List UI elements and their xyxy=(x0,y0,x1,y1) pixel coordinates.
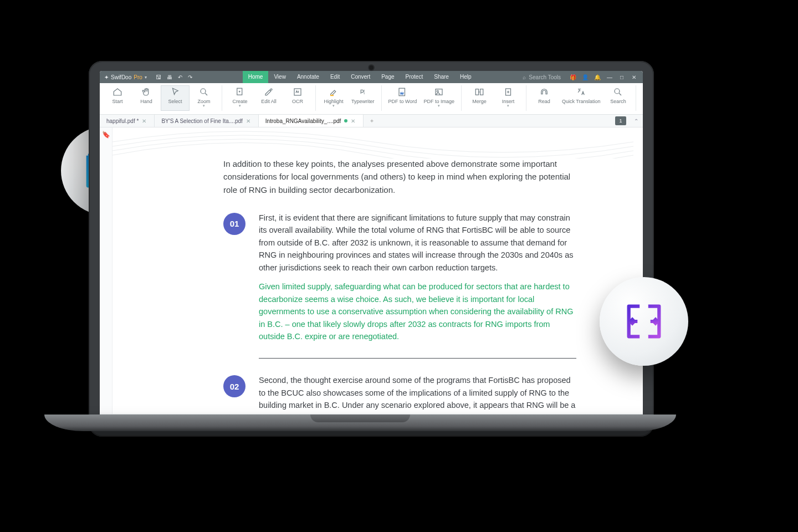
document-page: In addition to these key points, the ana… xyxy=(112,127,643,414)
work-area: 🔖 In addition to these key points, the a… xyxy=(100,127,643,414)
ocr-icon xyxy=(292,86,303,98)
window-maximize[interactable]: □ xyxy=(618,74,625,80)
caret-icon: ▾ xyxy=(332,105,335,107)
ribbon-select-label: Select xyxy=(168,99,182,104)
ribbon-pdftoimage[interactable]: PDF to Image▾ xyxy=(420,85,458,111)
typewriter-icon xyxy=(357,86,369,98)
point-01-highlight: Given limited supply, safeguarding what … xyxy=(259,280,576,342)
ribbon-read-label: Read xyxy=(538,99,550,104)
laptop-frame: ✦ SwifDoo Pro ▾ 🖫 🖶 ↶ ↷ HomeViewAnnotate… xyxy=(89,61,654,437)
window-close[interactable]: ✕ xyxy=(631,74,637,80)
window-controls-group: 🎁 👤 🔔 — □ ✕ xyxy=(564,74,643,80)
point-02: 02 Second, the thought exercise around s… xyxy=(223,374,576,414)
bookmark-icon[interactable]: 🔖 xyxy=(102,131,110,139)
laptop-notch xyxy=(310,415,410,422)
tab-close-icon[interactable]: ✕ xyxy=(246,118,250,124)
pdftoimage-icon xyxy=(433,86,444,98)
app-name: SwifDoo xyxy=(111,74,131,80)
ribbon-highlight[interactable]: Highlight▾ xyxy=(319,85,348,111)
point-number-01: 01 xyxy=(223,213,245,235)
menu-page[interactable]: Page xyxy=(376,71,400,83)
app-logo-icon: ✦ xyxy=(104,74,109,80)
search-icon: ⌕ xyxy=(523,74,526,80)
menu-view[interactable]: View xyxy=(268,71,291,83)
floating-split-icon xyxy=(600,277,688,366)
ribbon-select[interactable]: Select xyxy=(161,85,190,111)
undo-icon[interactable]: ↶ xyxy=(178,74,182,80)
ribbon-start[interactable]: Start xyxy=(103,85,132,111)
laptop-base xyxy=(44,415,676,431)
tool-search-placeholder: Search Tools xyxy=(529,74,561,80)
ribbon-read[interactable]: Read xyxy=(530,85,559,111)
caret-icon: ▾ xyxy=(438,105,440,107)
caret-icon: ▾ xyxy=(239,105,241,107)
caret-icon: ▾ xyxy=(203,105,205,107)
ribbon-pdftoword-label: PDF to Word xyxy=(388,99,417,104)
insert-icon xyxy=(503,86,514,98)
camera-dot xyxy=(369,65,374,70)
bell-icon[interactable]: 🔔 xyxy=(594,74,601,80)
point-01: 01 First, it is evident that there are s… xyxy=(223,212,576,359)
save-icon[interactable]: 🖫 xyxy=(156,74,161,80)
doc-tab-label: happiful.pdf * xyxy=(106,118,139,124)
menu-help[interactable]: Help xyxy=(454,71,477,83)
user-icon[interactable]: 👤 xyxy=(582,74,589,80)
menu-share[interactable]: Share xyxy=(428,71,454,83)
menu-edit[interactable]: Edit xyxy=(325,71,345,83)
ribbon-typewriter[interactable]: Typewriter xyxy=(348,85,378,111)
select-icon xyxy=(170,86,181,98)
caret-icon: ▾ xyxy=(507,105,509,107)
search-icon xyxy=(612,86,623,98)
ribbon-typewriter-label: Typewriter xyxy=(351,99,375,104)
svg-point-10 xyxy=(615,89,620,94)
ribbon-merge[interactable]: Merge xyxy=(465,85,494,111)
title-bar: ✦ SwifDoo Pro ▾ 🖫 🖶 ↶ ↷ HomeViewAnnotate… xyxy=(100,71,643,83)
redo-icon[interactable]: ↷ xyxy=(188,74,192,80)
ribbon-quicktrans[interactable]: Quick Translation xyxy=(559,85,604,111)
tab-close-icon[interactable]: ✕ xyxy=(142,118,146,124)
pdftoword-icon xyxy=(397,86,408,98)
app-window: ✦ SwifDoo Pro ▾ 🖫 🖶 ↶ ↷ HomeViewAnnotate… xyxy=(100,71,643,426)
point-02-body: Second, the thought exercise around some… xyxy=(259,374,576,414)
svg-point-0 xyxy=(201,89,206,94)
print-icon[interactable]: 🖶 xyxy=(167,74,172,80)
tab-close-icon[interactable]: ✕ xyxy=(351,118,355,124)
ribbon-search[interactable]: Search xyxy=(603,85,632,111)
tool-search[interactable]: ⌕ Search Tools xyxy=(523,74,564,80)
point-number-02: 02 xyxy=(223,375,245,397)
svg-rect-8 xyxy=(480,89,483,95)
start-icon xyxy=(112,86,123,98)
ribbon-merge-label: Merge xyxy=(472,99,487,104)
zoom-icon xyxy=(198,86,209,98)
window-minimize[interactable]: — xyxy=(606,74,613,80)
svg-point-2 xyxy=(270,89,272,90)
ribbon-insert[interactable]: Insert▾ xyxy=(494,85,523,111)
tab-add[interactable]: ＋ xyxy=(364,115,380,127)
doc-tab[interactable]: Introba_RNGAvailability_....pdf✕ xyxy=(259,115,364,127)
doc-tab[interactable]: BY'S A Selection of Fine Ita....pdf✕ xyxy=(155,115,258,127)
svg-rect-7 xyxy=(475,89,478,95)
page-count-badge: 1 xyxy=(615,116,626,125)
menu-home[interactable]: Home xyxy=(243,71,269,83)
doc-tab[interactable]: happiful.pdf *✕ xyxy=(100,115,155,127)
ribbon-start-label: Start xyxy=(112,99,122,104)
ribbon-editall-label: Edit All xyxy=(261,99,277,104)
gift-icon[interactable]: 🎁 xyxy=(570,74,576,80)
brand-caret-icon[interactable]: ▾ xyxy=(145,75,147,80)
document-tabs: happiful.pdf *✕BY'S A Selection of Fine … xyxy=(100,115,643,127)
ribbon-ocr[interactable]: OCR xyxy=(283,85,312,111)
ribbon-pdftoword[interactable]: PDF to Word xyxy=(385,85,421,111)
ribbon-search-label: Search xyxy=(610,99,626,104)
ribbon-zoom[interactable]: Zoom▾ xyxy=(190,85,218,111)
menu-annotate[interactable]: Annotate xyxy=(291,71,325,83)
ribbon-create[interactable]: Create▾ xyxy=(226,85,254,111)
intro-paragraph: In addition to these key points, the ana… xyxy=(223,157,576,196)
menu-protect[interactable]: Protect xyxy=(400,71,429,83)
tabs-collapse-icon[interactable]: ⌃ xyxy=(630,115,643,127)
read-icon xyxy=(539,86,550,98)
menu-convert[interactable]: Convert xyxy=(345,71,376,83)
editall-icon xyxy=(263,86,274,98)
ribbon-editall[interactable]: Edit All xyxy=(254,85,283,111)
ribbon-hand[interactable]: Hand xyxy=(132,85,161,111)
quick-access-toolbar: 🖫 🖶 ↶ ↷ xyxy=(151,74,197,80)
